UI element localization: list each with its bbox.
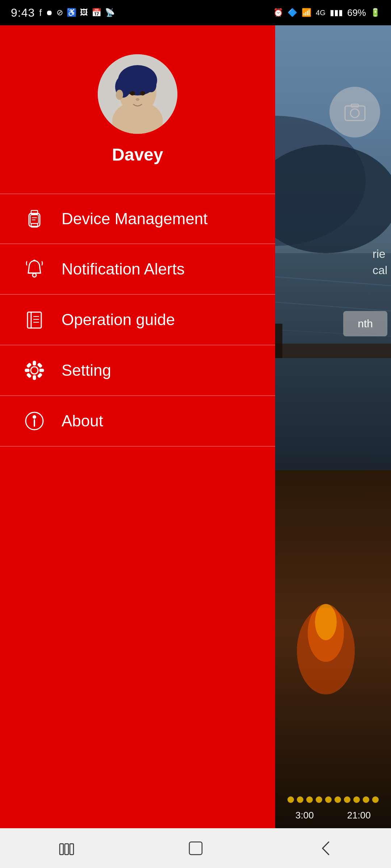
sidebar-item-setting[interactable]: Setting: [0, 345, 275, 396]
status-bar-left: 9:43 f ⏺ ⊘ ♿ 🖼 📅 📡: [11, 6, 115, 20]
camera-icon: [343, 101, 367, 124]
facebook-icon: f: [39, 7, 42, 18]
menu-list: Device Management: [0, 193, 275, 447]
navigation-drawer: Davey: [0, 0, 275, 868]
recorder-icon: ⏺: [46, 9, 53, 17]
cast-icon: 📡: [105, 8, 115, 17]
dot-5: [325, 796, 332, 803]
timeline-times: 3:00 21:00: [275, 810, 391, 821]
sidebar-item-notification-alerts[interactable]: Notification Alerts: [0, 244, 275, 295]
dot-3: [306, 796, 313, 803]
wifi-icon: 📶: [302, 8, 311, 17]
timeline-dots: [275, 793, 391, 807]
recent-apps-button[interactable]: [47, 835, 83, 861]
notification-alerts-label: Notification Alerts: [62, 260, 185, 278]
profile-name: Davey: [112, 145, 163, 165]
svg-point-23: [146, 78, 156, 92]
svg-rect-15: [345, 106, 365, 120]
svg-rect-53: [60, 844, 63, 855]
svg-rect-55: [70, 844, 73, 855]
svg-point-51: [33, 416, 36, 418]
dot-6: [335, 796, 341, 803]
svg-rect-54: [65, 844, 68, 855]
battery-icon: 🔋: [370, 8, 380, 17]
operation-guide-label: Operation guide: [62, 311, 175, 329]
sidebar-item-operation-guide[interactable]: Operation guide: [0, 295, 275, 345]
time-start: 3:00: [295, 810, 314, 821]
dot-7: [344, 796, 350, 803]
status-icons-left: f ⏺ ⊘ ♿ 🖼 📅 📡: [39, 7, 114, 18]
home-icon: [186, 838, 206, 858]
camera-button[interactable]: [329, 87, 380, 137]
status-time: 9:43: [11, 6, 35, 20]
bell-icon: [22, 256, 47, 282]
gallery-icon: 🖼: [80, 8, 88, 17]
about-label: About: [62, 412, 103, 430]
sidebar-item-about[interactable]: About: [0, 396, 275, 447]
signal-icon: 4G: [316, 9, 325, 17]
profile-section: Davey: [0, 25, 275, 193]
month-button[interactable]: nth: [343, 311, 387, 336]
svg-rect-47: [38, 363, 42, 367]
recent-apps-icon: [55, 838, 75, 858]
svg-point-35: [33, 273, 36, 277]
svg-rect-56: [189, 842, 202, 855]
dot-2: [297, 796, 303, 803]
svg-point-25: [130, 91, 135, 95]
svg-rect-48: [27, 373, 31, 377]
avatar-image: [98, 54, 177, 134]
home-button[interactable]: [177, 835, 214, 861]
bluetooth-icon: 🔷: [287, 8, 297, 17]
watch-icon: [22, 206, 47, 231]
battery-percentage: 69%: [347, 7, 366, 18]
drawer-content: Davey: [0, 25, 275, 868]
dot-9: [363, 796, 369, 803]
back-icon: [316, 838, 336, 858]
svg-rect-45: [40, 369, 43, 371]
right-text-1: rie cal: [373, 246, 387, 278]
calendar-icon: 📅: [92, 8, 101, 17]
dot-10: [372, 796, 379, 803]
device-management-label: Device Management: [62, 210, 208, 228]
svg-point-24: [116, 90, 123, 100]
svg-point-16: [350, 109, 359, 118]
dot-8: [353, 796, 360, 803]
svg-point-26: [140, 91, 145, 95]
svg-point-41: [31, 367, 38, 374]
svg-point-27: [136, 98, 139, 101]
accessibility-icon: ♿: [67, 8, 76, 17]
info-icon: [22, 408, 47, 434]
svg-rect-43: [33, 376, 35, 379]
svg-rect-46: [27, 363, 31, 367]
avatar[interactable]: [98, 54, 177, 134]
alarm-icon: ⏰: [273, 8, 283, 17]
svg-rect-36: [28, 312, 41, 328]
sidebar-item-device-management[interactable]: Device Management: [0, 193, 275, 244]
setting-label: Setting: [62, 361, 111, 379]
gear-icon: [22, 358, 47, 383]
dot-4: [316, 796, 322, 803]
dnd-icon: ⊘: [56, 8, 63, 17]
bottom-navigation: [0, 828, 391, 868]
svg-rect-44: [25, 369, 29, 371]
svg-rect-31: [30, 215, 38, 224]
svg-point-14: [315, 604, 337, 640]
time-end: 21:00: [347, 810, 371, 821]
svg-rect-49: [38, 373, 42, 377]
svg-rect-42: [33, 361, 35, 365]
dot-1: [287, 796, 294, 803]
book-icon: [22, 307, 47, 332]
back-button[interactable]: [308, 835, 344, 861]
svg-rect-10: [275, 324, 282, 358]
signal-bars: ▮▮▮: [330, 8, 343, 17]
status-bar: 9:43 f ⏺ ⊘ ♿ 🖼 📅 📡 ⏰ 🔷 📶 4G ▮▮▮ 69% 🔋: [0, 0, 391, 25]
status-bar-right: ⏰ 🔷 📶 4G ▮▮▮ 69% 🔋: [273, 7, 380, 18]
